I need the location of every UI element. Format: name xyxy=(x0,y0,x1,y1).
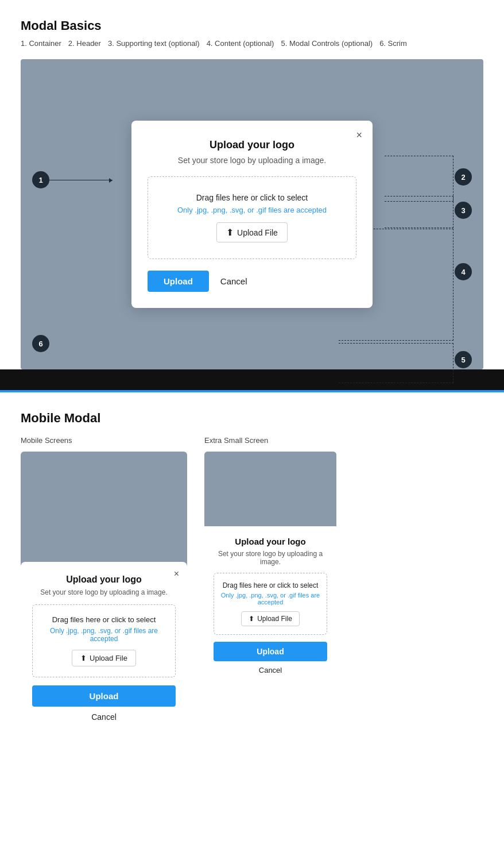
modal-close-button[interactable]: × xyxy=(356,130,362,140)
breadcrumb: 1. Container 2. Header 3. Supporting tex… xyxy=(21,39,483,48)
page-title: Modal Basics xyxy=(21,18,483,33)
top-section: Modal Basics 1. Container 2. Header 3. S… xyxy=(0,0,504,369)
annotation-6: 6 xyxy=(32,335,49,352)
xs-upload-icon: ⬆ xyxy=(249,615,254,623)
dropzone-title: Drag files here or click to select xyxy=(160,193,344,202)
breadcrumb-4: 4. Content (optional) xyxy=(207,39,274,48)
xs-col: Extra Small Screen Upload your logo Set … xyxy=(204,436,336,733)
upload-button[interactable]: Upload xyxy=(148,271,209,292)
xs-dropzone-title: Drag files here or click to select xyxy=(220,581,321,589)
xs-screen-top xyxy=(204,452,336,526)
mobile-modal-close-button[interactable]: × xyxy=(174,569,179,579)
mobile-modal-title: Upload your logo xyxy=(32,575,176,585)
ann-dashed-2 xyxy=(385,156,453,202)
breadcrumb-6: 6. Scrim xyxy=(379,39,407,48)
annotation-2: 2 xyxy=(455,168,472,186)
mobile-dropzone-subtitle: Only .jpg, .png, .svg, or .gif files are… xyxy=(41,627,167,643)
breadcrumb-1: 1. Container xyxy=(21,39,61,48)
mobile-upload-file-label: Upload File xyxy=(90,654,127,662)
xs-cancel-button[interactable]: Cancel xyxy=(214,666,327,674)
upload-file-button[interactable]: ⬆ Upload File xyxy=(216,222,288,242)
ann-dashed-3 xyxy=(385,196,453,228)
xs-screens-label: Extra Small Screen xyxy=(204,436,336,445)
xs-modal-subtitle: Set your store logo by uploading a image… xyxy=(214,550,327,566)
annotation-4: 4 xyxy=(455,263,472,280)
xs-upload-file-label: Upload File xyxy=(257,615,292,623)
mobile-screens-col: Mobile Screens × Upload your logo Set yo… xyxy=(21,436,187,733)
cancel-button[interactable]: Cancel xyxy=(220,276,247,286)
breadcrumb-3: 3. Supporting text (optional) xyxy=(108,39,200,48)
mobile-section: Mobile Modal Mobile Screens × Upload you… xyxy=(0,392,504,754)
modal-demo-area: 1 2 3 4 5 6 × Upload your logo xyxy=(21,59,483,369)
modal-card: × Upload your logo Set your store logo b… xyxy=(131,121,373,308)
mobile-section-title: Mobile Modal xyxy=(21,411,483,426)
breadcrumb-2: 2. Header xyxy=(68,39,101,48)
mobile-cancel-button[interactable]: Cancel xyxy=(32,712,176,722)
upload-file-label: Upload File xyxy=(237,228,278,237)
mobile-row: Mobile Screens × Upload your logo Set yo… xyxy=(21,436,483,733)
breadcrumb-5: 5. Modal Controls (optional) xyxy=(281,39,373,48)
modal-title: Upload your logo xyxy=(148,139,356,151)
xs-upload-button[interactable]: Upload xyxy=(214,642,327,661)
annotation-1: 1 xyxy=(32,171,49,188)
mobile-dropzone: Drag files here or click to select Only … xyxy=(32,604,176,677)
xs-modal-title: Upload your logo xyxy=(214,537,327,546)
annotation-5: 5 xyxy=(455,351,472,368)
mobile-dropzone-title: Drag files here or click to select xyxy=(41,615,167,624)
mobile-upload-icon: ⬆ xyxy=(80,654,87,662)
mobile-upload-button[interactable]: Upload xyxy=(32,685,176,707)
xs-modal-card: Upload your logo Set your store logo by … xyxy=(204,526,336,733)
xs-screen: Upload your logo Set your store logo by … xyxy=(204,452,336,733)
mobile-modal-subtitle: Set your store logo by uploading a image… xyxy=(32,588,176,596)
ann-line-1 xyxy=(49,180,113,180)
dropzone: Drag files here or click to select Only … xyxy=(148,176,356,259)
mobile-modal-card: × Upload your logo Set your store logo b… xyxy=(21,562,187,733)
annotation-3: 3 xyxy=(455,202,472,219)
dropzone-subtitle: Only .jpg, .png, .svg, or .gif files are… xyxy=(160,206,344,214)
xs-upload-file-button[interactable]: ⬆ Upload File xyxy=(241,611,300,626)
dark-divider xyxy=(0,369,504,390)
modal-subtitle: Set your store logo by uploading a image… xyxy=(148,156,356,165)
xs-dropzone: Drag files here or click to select Only … xyxy=(214,573,327,635)
mobile-screens-label: Mobile Screens xyxy=(21,436,187,445)
mobile-upload-file-button[interactable]: ⬆ Upload File xyxy=(72,650,136,666)
xs-dropzone-subtitle: Only .jpg, .png, .svg, or .gif files are… xyxy=(220,592,321,606)
mobile-screen: × Upload your logo Set your store logo b… xyxy=(21,452,187,733)
upload-icon: ⬆ xyxy=(226,227,234,238)
modal-actions: Upload Cancel xyxy=(148,271,356,292)
